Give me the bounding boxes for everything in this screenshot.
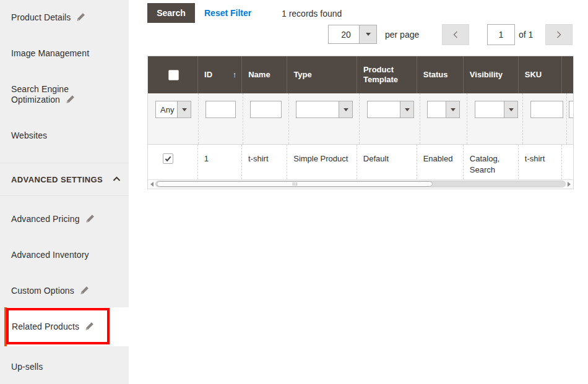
sidebar-item-advanced-inventory[interactable]: Advanced Inventory xyxy=(0,232,129,268)
horizontal-scrollbar[interactable] xyxy=(148,179,573,188)
scrollbar-left-arrow-icon[interactable] xyxy=(150,182,153,187)
next-page-button[interactable] xyxy=(545,24,573,45)
cell-visibility: Catalog, Search xyxy=(464,145,519,179)
sidebar-item-label: Websites xyxy=(11,130,47,140)
grid-filter-row: Any xyxy=(148,93,573,144)
scrollbar-grip-icon xyxy=(293,182,293,186)
table-row[interactable]: 1 t-shirt Simple Product Default Enabled… xyxy=(148,144,573,179)
sidebar-item-label: Product Details xyxy=(11,12,71,22)
sidebar-item-label: Related Products xyxy=(12,322,79,331)
sidebar-item-label: Image Management xyxy=(11,48,89,58)
filter-type-select[interactable] xyxy=(296,101,353,118)
filter-name-input[interactable] xyxy=(250,101,282,118)
column-header-status[interactable]: Status xyxy=(417,56,464,93)
column-header-select xyxy=(148,56,198,93)
chevron-down-icon xyxy=(509,108,514,111)
cell-status: Enabled xyxy=(417,145,464,179)
sidebar-item-websites[interactable]: Websites xyxy=(0,117,129,153)
chevron-left-icon xyxy=(452,30,459,39)
row-select-checkbox[interactable] xyxy=(163,153,173,164)
product-sections-sidebar: Product Details Image Management Search … xyxy=(0,0,129,384)
cell-type: Simple Product xyxy=(287,145,357,179)
filter-status-select[interactable] xyxy=(427,101,460,118)
filter-id-input[interactable] xyxy=(205,101,236,118)
chevron-down-icon xyxy=(182,108,187,111)
sidebar-item-image-management[interactable]: Image Management xyxy=(0,35,129,71)
chevron-up-icon xyxy=(113,174,121,184)
sidebar-item-up-sells[interactable]: Up-sells xyxy=(0,346,129,382)
sort-asc-icon: ↑ xyxy=(233,70,237,80)
sidebar-item-label: Search Engine Optimization xyxy=(11,84,69,105)
scrollbar-right-arrow-icon[interactable] xyxy=(568,182,571,187)
reset-filter-link[interactable]: Reset Filter xyxy=(204,8,251,18)
per-page-label: per page xyxy=(385,30,419,40)
page-total-text: of 1 xyxy=(519,30,533,40)
edit-pencil-icon xyxy=(85,214,95,226)
chevron-down-icon xyxy=(451,108,456,111)
advanced-settings-section-header[interactable]: ADVANCED SETTINGS xyxy=(0,163,129,196)
column-header-product-template[interactable]: Product Template xyxy=(357,56,417,93)
records-found-text: 1 records found xyxy=(282,9,342,19)
sidebar-item-custom-options[interactable]: Custom Options xyxy=(0,268,129,304)
column-header-name[interactable]: Name xyxy=(242,56,287,93)
chevron-down-icon xyxy=(405,108,410,111)
sidebar-item-related-products[interactable]: Related Products xyxy=(4,307,129,346)
sidebar-item-label: Advanced Inventory xyxy=(11,250,89,260)
per-page-select[interactable]: 20 xyxy=(328,25,377,44)
chevron-down-icon xyxy=(344,108,348,111)
filter-any-select[interactable]: Any xyxy=(155,101,191,118)
column-header-extra xyxy=(562,56,573,93)
filter-extra-input[interactable] xyxy=(569,101,573,118)
column-header-type[interactable]: Type xyxy=(287,56,357,93)
scrollbar-thumb[interactable] xyxy=(157,181,433,187)
cell-product-template: Default xyxy=(357,145,417,179)
column-header-sku[interactable]: SKU xyxy=(519,56,562,93)
filter-sku-input[interactable] xyxy=(530,101,563,118)
magento-product-edit-screen: Product Details Image Management Search … xyxy=(0,0,588,384)
per-page-dropdown-button[interactable] xyxy=(359,25,376,43)
scrollbar-track[interactable] xyxy=(155,181,566,187)
sidebar-item-advanced-pricing[interactable]: Advanced Pricing xyxy=(0,196,129,232)
chevron-down-icon xyxy=(366,33,371,36)
cell-sku: t-shirt xyxy=(519,145,562,179)
sidebar-item-label: Up-sells xyxy=(11,362,43,372)
edit-pencil-icon xyxy=(76,12,85,24)
previous-page-button[interactable] xyxy=(442,24,469,45)
edit-pencil-icon xyxy=(85,322,94,333)
sidebar-item-search-engine-optimization[interactable]: Search Engine Optimization xyxy=(0,71,118,117)
filter-visibility-select[interactable] xyxy=(475,101,518,118)
search-button[interactable]: Search xyxy=(147,3,195,23)
sidebar-item-label: Custom Options xyxy=(11,286,74,296)
per-page-value: 20 xyxy=(329,25,359,43)
grid-header-row: ID ↑ Name Type Product Template Status V… xyxy=(148,56,573,93)
column-header-visibility[interactable]: Visibility xyxy=(464,56,519,93)
select-all-checkbox[interactable] xyxy=(168,70,179,80)
section-header-label: ADVANCED SETTINGS xyxy=(11,175,103,184)
cell-id: 1 xyxy=(198,145,242,179)
sidebar-item-label: Advanced Pricing xyxy=(11,214,80,224)
chevron-right-icon xyxy=(556,30,562,39)
column-header-id[interactable]: ID ↑ xyxy=(198,56,242,93)
cell-name: t-shirt xyxy=(242,145,287,179)
page-number-input[interactable] xyxy=(487,24,515,45)
filter-product-template-select[interactable] xyxy=(367,101,414,118)
edit-pencil-icon xyxy=(80,286,89,297)
sidebar-item-product-details[interactable]: Product Details xyxy=(0,0,129,35)
edit-pencil-icon xyxy=(66,95,75,106)
products-grid: ID ↑ Name Type Product Template Status V… xyxy=(147,56,574,189)
